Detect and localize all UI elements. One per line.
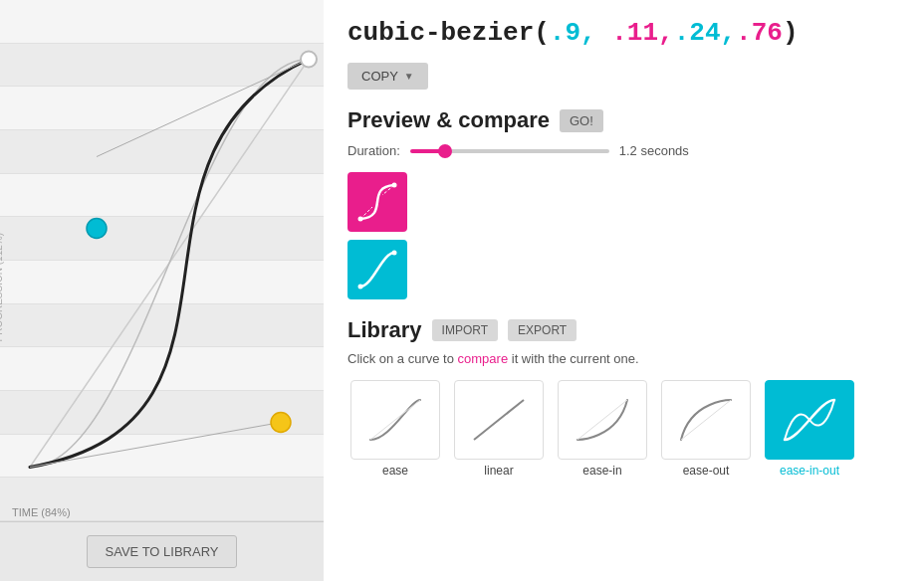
curve-thumb-ease-out[interactable] bbox=[661, 380, 751, 460]
curve-label-ease-in: ease-in bbox=[582, 464, 621, 478]
control-point-2 bbox=[87, 219, 107, 239]
library-title-text: Library bbox=[347, 317, 422, 343]
svg-line-1 bbox=[30, 423, 281, 468]
save-to-library-button[interactable]: SAVE TO LIBRARY bbox=[87, 535, 238, 568]
duration-label: Duration: bbox=[347, 143, 400, 158]
ease-curve-svg bbox=[360, 390, 430, 450]
curve-grid: ease linear ease-in bbox=[347, 380, 900, 478]
curve-label-ease-in-out: ease-in-out bbox=[780, 464, 839, 478]
formula-p4: .76 bbox=[736, 18, 783, 48]
library-title: Library IMPORT EXPORT bbox=[347, 317, 900, 343]
ease-in-curve-svg bbox=[568, 390, 637, 450]
formula-p1: .9, bbox=[550, 18, 596, 48]
time-label: TIME (84%) bbox=[12, 506, 71, 518]
svg-point-3 bbox=[301, 52, 317, 68]
y-axis-label: PROGRESSION (112%) bbox=[0, 233, 4, 341]
preview-box-teal[interactable] bbox=[347, 240, 407, 299]
bezier-svg bbox=[0, 0, 324, 521]
hint-highlight: compare bbox=[458, 351, 509, 366]
curve-card-linear[interactable]: linear bbox=[451, 380, 547, 478]
duration-row: Duration: 1.2 seconds bbox=[347, 143, 900, 158]
right-panel: cubic-bezier(.9, .11,.24,.76) COPY ▼ Pre… bbox=[324, 0, 924, 581]
curve-card-ease-in[interactable]: ease-in bbox=[555, 380, 650, 478]
preview-box-pink[interactable] bbox=[347, 172, 407, 232]
svg-line-2 bbox=[97, 60, 309, 157]
go-button[interactable]: GO! bbox=[560, 109, 603, 132]
control-point-1 bbox=[271, 413, 291, 433]
bottom-bar: SAVE TO LIBRARY bbox=[0, 521, 324, 581]
svg-point-8 bbox=[358, 285, 363, 290]
bezier-canvas-panel[interactable]: PROGRESSION (112%) TIME (84%) SAVE TO LI… bbox=[0, 0, 324, 581]
preview-curve-pink bbox=[352, 177, 402, 227]
preview-curve-teal bbox=[352, 245, 402, 294]
preview-title-text: Preview & compare bbox=[347, 107, 550, 133]
dropdown-arrow-icon: ▼ bbox=[404, 71, 414, 82]
formula-p3: .24, bbox=[674, 18, 736, 48]
library-hint: Click on a curve to compare it with the … bbox=[347, 351, 900, 366]
formula-prefix: cubic-bezier( bbox=[347, 18, 550, 48]
svg-point-9 bbox=[392, 251, 397, 256]
svg-line-10 bbox=[370, 400, 420, 440]
ease-in-out-curve-svg bbox=[775, 390, 844, 450]
import-button[interactable]: IMPORT bbox=[432, 319, 498, 341]
formula-p2: .11, bbox=[611, 18, 673, 48]
curve-thumb-ease[interactable] bbox=[350, 380, 440, 460]
curve-label-ease: ease bbox=[382, 464, 408, 478]
preview-boxes bbox=[347, 172, 900, 299]
curve-card-ease-out[interactable]: ease-out bbox=[658, 380, 754, 478]
copy-label: COPY bbox=[361, 69, 398, 84]
curve-thumb-linear[interactable] bbox=[454, 380, 544, 460]
copy-button[interactable]: COPY ▼ bbox=[347, 63, 428, 90]
preview-section-title: Preview & compare GO! bbox=[347, 107, 900, 133]
curve-thumb-ease-in-out[interactable] bbox=[765, 380, 854, 460]
svg-line-11 bbox=[474, 400, 524, 440]
curve-label-ease-out: ease-out bbox=[683, 464, 730, 478]
linear-curve-svg bbox=[464, 390, 534, 450]
duration-value: 1.2 seconds bbox=[619, 143, 689, 158]
ease-out-curve-svg bbox=[671, 390, 741, 450]
curve-card-ease[interactable]: ease bbox=[347, 380, 443, 478]
curve-card-ease-in-out[interactable]: ease-in-out bbox=[762, 380, 857, 478]
duration-slider[interactable] bbox=[410, 149, 609, 153]
bezier-formula: cubic-bezier(.9, .11,.24,.76) bbox=[347, 18, 900, 49]
curve-label-linear: linear bbox=[484, 464, 513, 478]
formula-suffix: ) bbox=[783, 18, 799, 48]
library-section: Library IMPORT EXPORT Click on a curve t… bbox=[347, 317, 900, 478]
bezier-canvas[interactable] bbox=[0, 0, 324, 521]
export-button[interactable]: EXPORT bbox=[508, 319, 577, 341]
curve-thumb-ease-in[interactable] bbox=[558, 380, 647, 460]
